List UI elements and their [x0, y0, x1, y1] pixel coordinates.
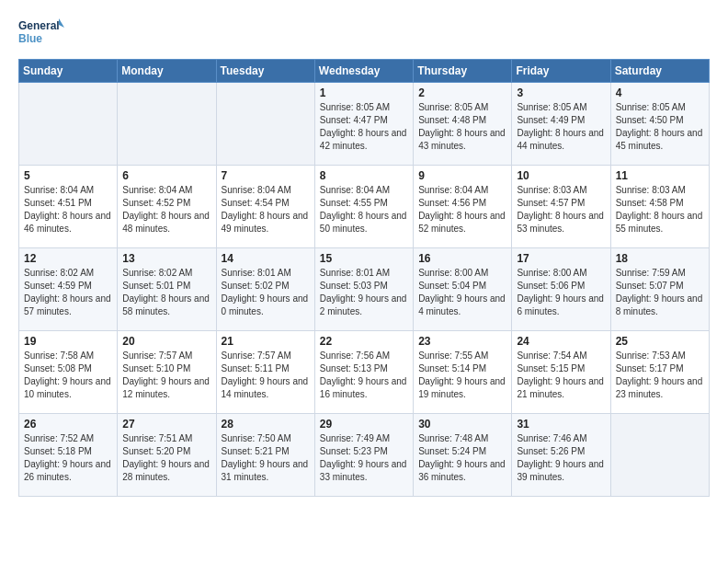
- calendar-cell: 19Sunrise: 7:58 AM Sunset: 5:08 PM Dayli…: [19, 331, 118, 414]
- day-header-friday: Friday: [512, 60, 610, 83]
- day-info: Sunrise: 7:52 AM Sunset: 5:18 PM Dayligh…: [24, 432, 112, 484]
- day-info: Sunrise: 7:50 AM Sunset: 5:21 PM Dayligh…: [222, 432, 310, 484]
- day-number: 22: [320, 335, 408, 348]
- logo: General Blue: [18, 15, 64, 50]
- day-info: Sunrise: 8:05 AM Sunset: 4:49 PM Dayligh…: [517, 101, 605, 153]
- day-header-thursday: Thursday: [414, 60, 512, 83]
- calendar-table: SundayMondayTuesdayWednesdayThursdayFrid…: [18, 59, 710, 497]
- day-number: 6: [122, 169, 210, 182]
- day-number: 15: [320, 252, 408, 265]
- day-number: 2: [418, 86, 506, 99]
- day-header-sunday: Sunday: [19, 60, 118, 83]
- day-info: Sunrise: 7:59 AM Sunset: 5:07 PM Dayligh…: [616, 267, 704, 318]
- day-info: Sunrise: 8:05 AM Sunset: 4:48 PM Dayligh…: [418, 101, 506, 153]
- day-info: Sunrise: 7:49 AM Sunset: 5:23 PM Dayligh…: [320, 432, 408, 484]
- day-number: 17: [517, 252, 605, 265]
- calendar-cell: 29Sunrise: 7:49 AM Sunset: 5:23 PM Dayli…: [314, 414, 413, 497]
- day-info: Sunrise: 7:55 AM Sunset: 5:14 PM Dayligh…: [418, 350, 506, 401]
- calendar-cell: 21Sunrise: 7:57 AM Sunset: 5:11 PM Dayli…: [216, 331, 314, 414]
- day-number: 18: [616, 252, 704, 265]
- calendar-cell: 23Sunrise: 7:55 AM Sunset: 5:14 PM Dayli…: [414, 331, 512, 414]
- week-row-3: 12Sunrise: 8:02 AM Sunset: 4:59 PM Dayli…: [19, 248, 710, 331]
- day-info: Sunrise: 8:00 AM Sunset: 5:06 PM Dayligh…: [517, 267, 605, 318]
- day-number: 16: [418, 252, 506, 265]
- day-info: Sunrise: 7:56 AM Sunset: 5:13 PM Dayligh…: [320, 350, 408, 401]
- day-info: Sunrise: 7:54 AM Sunset: 5:15 PM Dayligh…: [517, 350, 605, 401]
- calendar-cell: 2Sunrise: 8:05 AM Sunset: 4:48 PM Daylig…: [414, 83, 512, 166]
- day-info: Sunrise: 7:46 AM Sunset: 5:26 PM Dayligh…: [517, 432, 605, 484]
- day-info: Sunrise: 8:05 AM Sunset: 4:50 PM Dayligh…: [616, 101, 704, 153]
- calendar-cell: 7Sunrise: 8:04 AM Sunset: 4:54 PM Daylig…: [216, 166, 314, 248]
- day-info: Sunrise: 7:57 AM Sunset: 5:10 PM Dayligh…: [122, 350, 210, 401]
- calendar-cell: 28Sunrise: 7:50 AM Sunset: 5:21 PM Dayli…: [216, 414, 314, 497]
- day-number: 8: [320, 169, 408, 182]
- day-number: 4: [616, 86, 704, 99]
- day-number: 26: [24, 418, 112, 431]
- day-info: Sunrise: 8:04 AM Sunset: 4:55 PM Dayligh…: [320, 184, 408, 236]
- logo-svg: General Blue: [18, 15, 64, 50]
- calendar-cell: 22Sunrise: 7:56 AM Sunset: 5:13 PM Dayli…: [314, 331, 413, 414]
- calendar-cell: 3Sunrise: 8:05 AM Sunset: 4:49 PM Daylig…: [512, 83, 610, 166]
- calendar-cell: 20Sunrise: 7:57 AM Sunset: 5:10 PM Dayli…: [118, 331, 216, 414]
- day-number: 13: [122, 252, 210, 265]
- calendar-cell: 13Sunrise: 8:02 AM Sunset: 5:01 PM Dayli…: [118, 248, 216, 331]
- day-number: 19: [24, 335, 112, 348]
- calendar-cell: 4Sunrise: 8:05 AM Sunset: 4:50 PM Daylig…: [610, 83, 709, 166]
- day-info: Sunrise: 8:03 AM Sunset: 4:57 PM Dayligh…: [517, 184, 605, 236]
- day-info: Sunrise: 8:01 AM Sunset: 5:02 PM Dayligh…: [222, 267, 310, 318]
- calendar-cell: 11Sunrise: 8:03 AM Sunset: 4:58 PM Dayli…: [610, 166, 709, 248]
- calendar-cell: [216, 83, 314, 166]
- calendar-cell: [118, 83, 216, 166]
- day-header-tuesday: Tuesday: [216, 60, 314, 83]
- day-number: 20: [122, 335, 210, 348]
- day-number: 24: [517, 335, 605, 348]
- calendar-cell: 17Sunrise: 8:00 AM Sunset: 5:06 PM Dayli…: [512, 248, 610, 331]
- header: General Blue: [18, 15, 710, 50]
- day-number: 30: [418, 418, 506, 431]
- calendar-cell: 27Sunrise: 7:51 AM Sunset: 5:20 PM Dayli…: [118, 414, 216, 497]
- calendar-cell: 15Sunrise: 8:01 AM Sunset: 5:03 PM Dayli…: [314, 248, 413, 331]
- day-info: Sunrise: 8:01 AM Sunset: 5:03 PM Dayligh…: [320, 267, 408, 318]
- calendar-cell: [610, 414, 709, 497]
- day-info: Sunrise: 7:58 AM Sunset: 5:08 PM Dayligh…: [24, 350, 112, 401]
- day-headers: SundayMondayTuesdayWednesdayThursdayFrid…: [19, 60, 710, 83]
- calendar-cell: 5Sunrise: 8:04 AM Sunset: 4:51 PM Daylig…: [19, 166, 118, 248]
- day-number: 25: [616, 335, 704, 348]
- page: General Blue SundayMondayTuesdayWednesda…: [0, 0, 728, 563]
- day-number: 27: [122, 418, 210, 431]
- calendar-cell: 26Sunrise: 7:52 AM Sunset: 5:18 PM Dayli…: [19, 414, 118, 497]
- day-header-wednesday: Wednesday: [314, 60, 413, 83]
- day-info: Sunrise: 8:02 AM Sunset: 4:59 PM Dayligh…: [24, 267, 112, 318]
- calendar-cell: 24Sunrise: 7:54 AM Sunset: 5:15 PM Dayli…: [512, 331, 610, 414]
- day-info: Sunrise: 8:00 AM Sunset: 5:04 PM Dayligh…: [418, 267, 506, 318]
- day-info: Sunrise: 8:02 AM Sunset: 5:01 PM Dayligh…: [122, 267, 210, 318]
- day-number: 31: [517, 418, 605, 431]
- calendar-cell: 9Sunrise: 8:04 AM Sunset: 4:56 PM Daylig…: [414, 166, 512, 248]
- day-info: Sunrise: 8:05 AM Sunset: 4:47 PM Dayligh…: [320, 101, 408, 153]
- calendar-cell: 6Sunrise: 8:04 AM Sunset: 4:52 PM Daylig…: [118, 166, 216, 248]
- day-number: 7: [222, 169, 310, 182]
- day-number: 11: [616, 169, 704, 182]
- calendar-cell: 31Sunrise: 7:46 AM Sunset: 5:26 PM Dayli…: [512, 414, 610, 497]
- day-info: Sunrise: 8:04 AM Sunset: 4:52 PM Dayligh…: [122, 184, 210, 236]
- calendar-cell: 14Sunrise: 8:01 AM Sunset: 5:02 PM Dayli…: [216, 248, 314, 331]
- day-info: Sunrise: 7:57 AM Sunset: 5:11 PM Dayligh…: [222, 350, 310, 401]
- calendar-cell: 12Sunrise: 8:02 AM Sunset: 4:59 PM Dayli…: [19, 248, 118, 331]
- day-number: 14: [222, 252, 310, 265]
- calendar-cell: 30Sunrise: 7:48 AM Sunset: 5:24 PM Dayli…: [414, 414, 512, 497]
- day-info: Sunrise: 7:48 AM Sunset: 5:24 PM Dayligh…: [418, 432, 506, 484]
- week-row-4: 19Sunrise: 7:58 AM Sunset: 5:08 PM Dayli…: [19, 331, 710, 414]
- day-number: 28: [222, 418, 310, 431]
- calendar-cell: 1Sunrise: 8:05 AM Sunset: 4:47 PM Daylig…: [314, 83, 413, 166]
- calendar-cell: 10Sunrise: 8:03 AM Sunset: 4:57 PM Dayli…: [512, 166, 610, 248]
- svg-text:Blue: Blue: [18, 32, 42, 45]
- calendar-cell: [19, 83, 118, 166]
- calendar-cell: 25Sunrise: 7:53 AM Sunset: 5:17 PM Dayli…: [610, 331, 709, 414]
- day-info: Sunrise: 8:04 AM Sunset: 4:54 PM Dayligh…: [222, 184, 310, 236]
- day-header-monday: Monday: [118, 60, 216, 83]
- day-header-saturday: Saturday: [610, 60, 709, 83]
- week-row-2: 5Sunrise: 8:04 AM Sunset: 4:51 PM Daylig…: [19, 166, 710, 248]
- day-number: 3: [517, 86, 605, 99]
- calendar-cell: 18Sunrise: 7:59 AM Sunset: 5:07 PM Dayli…: [610, 248, 709, 331]
- day-info: Sunrise: 8:04 AM Sunset: 4:56 PM Dayligh…: [418, 184, 506, 236]
